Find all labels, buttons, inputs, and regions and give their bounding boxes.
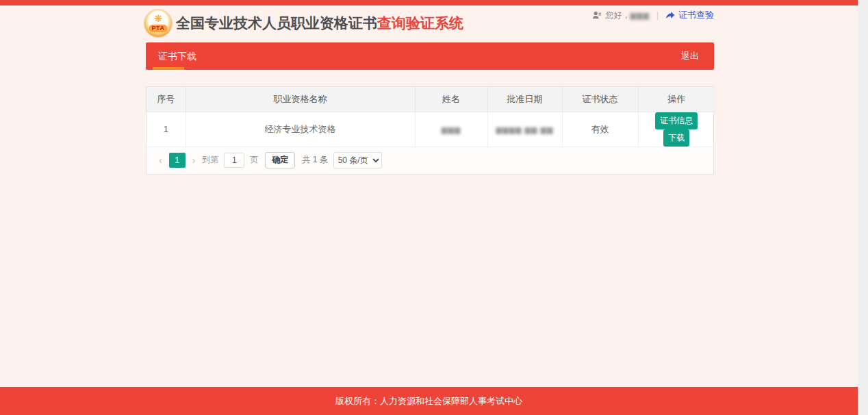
goto-page-input[interactable] xyxy=(224,153,244,168)
table-row: 1 经济专业技术资格 ▆▆▆ ▆▆▆▆ ▆▆ ▆▆ 有效 证书信息 下载 xyxy=(146,112,715,147)
column-header-qualification: 职业资格名称 xyxy=(186,87,415,112)
prev-page-arrow[interactable]: ‹ xyxy=(155,155,166,166)
column-header-index: 序号 xyxy=(146,87,186,112)
logo-pta-label: PTA xyxy=(149,25,168,32)
cell-qualification: 经济专业技术资格 xyxy=(186,112,415,147)
site-title-system: 查询验证系统 xyxy=(377,15,463,31)
site-title: 全国专业技术人员职业资格证书查询验证系统 xyxy=(176,14,463,33)
site-brand: ❋ PTA 全国专业技术人员职业资格证书查询验证系统 xyxy=(144,10,463,37)
copyright-text: 版权所有：人力资源和社会保障部人事考试中心 xyxy=(335,395,522,407)
logo-wing-glyph: ❋ xyxy=(154,14,162,23)
user-icon xyxy=(592,10,602,20)
certificate-verify-link[interactable]: 证书查验 xyxy=(665,9,714,21)
tab-certificate-download-label: 证书下载 xyxy=(158,51,196,62)
certificate-info-button[interactable]: 证书信息 xyxy=(655,112,698,129)
goto-page-suffix: 页 xyxy=(250,154,258,166)
page-size-select[interactable]: 50 条/页 xyxy=(333,152,382,168)
cell-approval-date-redacted: ▆▆▆▆ ▆▆ ▆▆ xyxy=(487,112,562,147)
column-header-approval-date: 批准日期 xyxy=(487,87,562,112)
certificate-verify-label: 证书查验 xyxy=(678,9,714,21)
welcome-text: 您好， xyxy=(605,10,630,21)
column-header-operation: 操作 xyxy=(638,87,715,112)
divider: | xyxy=(656,10,659,20)
next-page-arrow[interactable]: › xyxy=(188,155,200,166)
current-page-button[interactable]: 1 xyxy=(169,153,186,168)
certificate-table-panel: 序号 职业资格名称 姓名 批准日期 证书状态 操作 1 经济专业技术资格 ▆▆▆… xyxy=(146,86,714,175)
footer-bar: 版权所有：人力资源和社会保障部人事考试中心 xyxy=(0,387,858,415)
table-header-row: 序号 职业资格名称 姓名 批准日期 证书状态 操作 xyxy=(146,87,715,112)
username-redacted: ▆▆▆ xyxy=(630,11,649,20)
pta-logo-icon: ❋ PTA xyxy=(144,10,172,37)
share-arrow-icon xyxy=(665,10,676,20)
goto-confirm-button[interactable]: 确定 xyxy=(265,152,295,168)
total-count-label: 共 1 条 xyxy=(302,154,327,166)
goto-page-prefix: 到第 xyxy=(202,154,218,166)
certificate-table: 序号 职业资格名称 姓名 批准日期 证书状态 操作 1 经济专业技术资格 ▆▆▆… xyxy=(146,87,715,147)
logout-button[interactable]: 退出 xyxy=(666,42,714,70)
cell-status: 有效 xyxy=(562,112,638,147)
cell-index: 1 xyxy=(146,112,186,147)
user-welcome-bar: 您好， ▆▆▆ | 证书查验 xyxy=(592,9,714,21)
main-navbar: 证书下载 退出 xyxy=(146,42,714,70)
scrollbar-track[interactable] xyxy=(858,0,868,415)
download-button[interactable]: 下载 xyxy=(663,129,689,147)
column-header-name: 姓名 xyxy=(415,87,487,112)
page-container: ❋ PTA 全国专业技术人员职业资格证书查询验证系统 您好， ▆▆▆ | 证书查… xyxy=(146,0,714,415)
site-title-main: 全国专业技术人员职业资格证书 xyxy=(176,15,377,31)
active-tab-underline xyxy=(153,67,184,70)
pagination-bar: ‹ 1 › 到第 页 确定 共 1 条 50 条/页 xyxy=(146,147,713,174)
column-header-status: 证书状态 xyxy=(562,87,638,112)
tab-certificate-download[interactable]: 证书下载 xyxy=(146,42,209,70)
cell-operations: 证书信息 下载 xyxy=(638,112,715,147)
cell-name-redacted: ▆▆▆ xyxy=(415,112,487,147)
